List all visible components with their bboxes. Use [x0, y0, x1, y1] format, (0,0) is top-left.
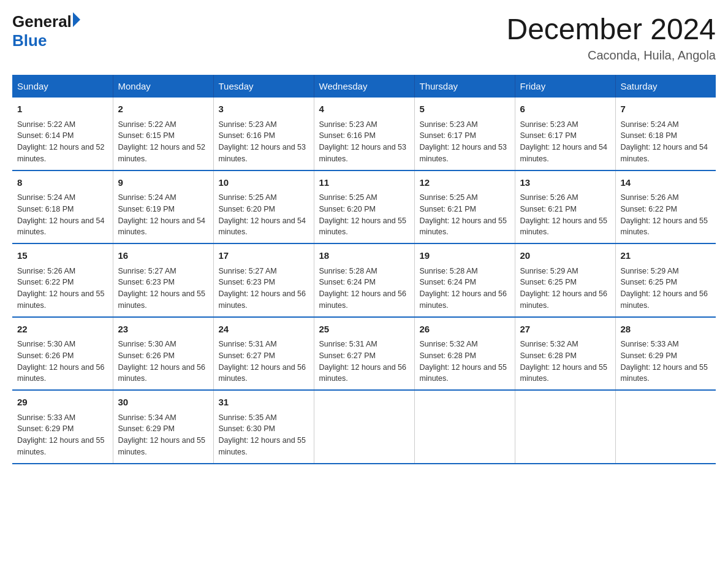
day-number: 20 — [520, 249, 610, 263]
calendar-cell: 6Sunrise: 5:23 AMSunset: 6:17 PMDaylight… — [515, 98, 615, 170]
day-info: Sunrise: 5:25 AMSunset: 6:20 PMDaylight:… — [319, 192, 409, 238]
calendar-cell: 10Sunrise: 5:25 AMSunset: 6:20 PMDayligh… — [213, 170, 314, 244]
calendar-cell: 1Sunrise: 5:22 AMSunset: 6:14 PMDaylight… — [12, 98, 113, 170]
logo-arrow-icon — [73, 12, 80, 27]
calendar-cell: 18Sunrise: 5:28 AMSunset: 6:24 PMDayligh… — [314, 243, 414, 317]
calendar-cell: 12Sunrise: 5:25 AMSunset: 6:21 PMDayligh… — [414, 170, 515, 244]
calendar-cell: 3Sunrise: 5:23 AMSunset: 6:16 PMDaylight… — [213, 98, 314, 170]
calendar-cell: 31Sunrise: 5:35 AMSunset: 6:30 PMDayligh… — [213, 390, 314, 464]
day-number: 28 — [621, 323, 711, 337]
day-info: Sunrise: 5:29 AMSunset: 6:25 PMDaylight:… — [520, 266, 610, 312]
calendar-cell: 21Sunrise: 5:29 AMSunset: 6:25 PMDayligh… — [615, 243, 716, 317]
day-info: Sunrise: 5:31 AMSunset: 6:27 PMDaylight:… — [219, 339, 309, 385]
day-number: 27 — [520, 323, 610, 337]
calendar-cell: 9Sunrise: 5:24 AMSunset: 6:19 PMDaylight… — [113, 170, 213, 244]
day-info: Sunrise: 5:28 AMSunset: 6:24 PMDaylight:… — [319, 266, 409, 312]
day-info: Sunrise: 5:33 AMSunset: 6:29 PMDaylight:… — [621, 339, 711, 385]
calendar-cell: 7Sunrise: 5:24 AMSunset: 6:18 PMDaylight… — [615, 98, 716, 170]
calendar-cell: 29Sunrise: 5:33 AMSunset: 6:29 PMDayligh… — [12, 390, 113, 464]
calendar-cell: 14Sunrise: 5:26 AMSunset: 6:22 PMDayligh… — [615, 170, 716, 244]
calendar-cell: 2Sunrise: 5:22 AMSunset: 6:15 PMDaylight… — [113, 98, 213, 170]
day-info: Sunrise: 5:29 AMSunset: 6:25 PMDaylight:… — [621, 266, 711, 312]
month-title: December 2024 — [506, 12, 716, 46]
calendar-header-friday: Friday — [515, 75, 615, 98]
day-number: 3 — [219, 102, 309, 117]
calendar-cell — [414, 390, 515, 464]
day-info: Sunrise: 5:23 AMSunset: 6:17 PMDaylight:… — [520, 119, 610, 165]
calendar-cell: 24Sunrise: 5:31 AMSunset: 6:27 PMDayligh… — [213, 317, 314, 391]
title-area: December 2024 Caconda, Huila, Angola — [506, 12, 716, 63]
day-number: 15 — [17, 249, 108, 263]
page-header: General Blue December 2024 Caconda, Huil… — [12, 12, 716, 63]
calendar-cell: 11Sunrise: 5:25 AMSunset: 6:20 PMDayligh… — [314, 170, 414, 244]
calendar-cell — [615, 390, 716, 464]
day-info: Sunrise: 5:33 AMSunset: 6:29 PMDaylight:… — [17, 412, 108, 458]
calendar-cell: 26Sunrise: 5:32 AMSunset: 6:28 PMDayligh… — [414, 317, 515, 391]
day-number: 30 — [118, 396, 208, 410]
calendar-week-3: 15Sunrise: 5:26 AMSunset: 6:22 PMDayligh… — [12, 243, 716, 317]
day-info: Sunrise: 5:23 AMSunset: 6:16 PMDaylight:… — [319, 119, 409, 165]
logo: General Blue — [12, 12, 80, 50]
day-number: 13 — [520, 176, 610, 190]
day-number: 21 — [621, 249, 711, 263]
calendar-cell: 23Sunrise: 5:30 AMSunset: 6:26 PMDayligh… — [113, 317, 213, 391]
day-info: Sunrise: 5:31 AMSunset: 6:27 PMDaylight:… — [319, 339, 409, 385]
day-number: 5 — [420, 102, 510, 117]
day-number: 31 — [219, 396, 309, 410]
day-info: Sunrise: 5:24 AMSunset: 6:18 PMDaylight:… — [621, 119, 711, 165]
day-number: 17 — [219, 249, 309, 263]
calendar-cell: 20Sunrise: 5:29 AMSunset: 6:25 PMDayligh… — [515, 243, 615, 317]
day-info: Sunrise: 5:23 AMSunset: 6:16 PMDaylight:… — [219, 119, 309, 165]
calendar-cell: 22Sunrise: 5:30 AMSunset: 6:26 PMDayligh… — [12, 317, 113, 391]
calendar-cell: 15Sunrise: 5:26 AMSunset: 6:22 PMDayligh… — [12, 243, 113, 317]
calendar-header-wednesday: Wednesday — [314, 75, 414, 98]
day-info: Sunrise: 5:30 AMSunset: 6:26 PMDaylight:… — [118, 339, 208, 385]
calendar-header-thursday: Thursday — [414, 75, 515, 98]
day-info: Sunrise: 5:25 AMSunset: 6:20 PMDaylight:… — [219, 192, 309, 238]
calendar-cell: 4Sunrise: 5:23 AMSunset: 6:16 PMDaylight… — [314, 98, 414, 170]
day-info: Sunrise: 5:22 AMSunset: 6:14 PMDaylight:… — [17, 119, 108, 165]
day-number: 10 — [219, 176, 309, 190]
day-number: 16 — [118, 249, 208, 263]
day-info: Sunrise: 5:35 AMSunset: 6:30 PMDaylight:… — [219, 412, 309, 458]
calendar-week-5: 29Sunrise: 5:33 AMSunset: 6:29 PMDayligh… — [12, 390, 716, 464]
day-number: 24 — [219, 323, 309, 337]
calendar-cell: 13Sunrise: 5:26 AMSunset: 6:21 PMDayligh… — [515, 170, 615, 244]
calendar-cell: 8Sunrise: 5:24 AMSunset: 6:18 PMDaylight… — [12, 170, 113, 244]
day-number: 11 — [319, 176, 409, 190]
logo-general: General — [12, 12, 72, 31]
day-info: Sunrise: 5:22 AMSunset: 6:15 PMDaylight:… — [118, 119, 208, 165]
calendar-cell: 25Sunrise: 5:31 AMSunset: 6:27 PMDayligh… — [314, 317, 414, 391]
day-number: 7 — [621, 102, 711, 117]
day-info: Sunrise: 5:26 AMSunset: 6:22 PMDaylight:… — [17, 266, 108, 312]
day-number: 18 — [319, 249, 409, 263]
day-number: 26 — [420, 323, 510, 337]
day-info: Sunrise: 5:26 AMSunset: 6:22 PMDaylight:… — [621, 192, 711, 238]
calendar-cell: 19Sunrise: 5:28 AMSunset: 6:24 PMDayligh… — [414, 243, 515, 317]
calendar-cell: 5Sunrise: 5:23 AMSunset: 6:17 PMDaylight… — [414, 98, 515, 170]
calendar-header-monday: Monday — [113, 75, 213, 98]
day-info: Sunrise: 5:30 AMSunset: 6:26 PMDaylight:… — [17, 339, 108, 385]
calendar-cell: 17Sunrise: 5:27 AMSunset: 6:23 PMDayligh… — [213, 243, 314, 317]
day-number: 2 — [118, 102, 208, 117]
calendar-cell: 28Sunrise: 5:33 AMSunset: 6:29 PMDayligh… — [615, 317, 716, 391]
location: Caconda, Huila, Angola — [506, 48, 716, 63]
day-info: Sunrise: 5:25 AMSunset: 6:21 PMDaylight:… — [420, 192, 510, 238]
day-number: 6 — [520, 102, 610, 117]
day-info: Sunrise: 5:32 AMSunset: 6:28 PMDaylight:… — [420, 339, 510, 385]
day-number: 25 — [319, 323, 409, 337]
day-number: 9 — [118, 176, 208, 190]
day-info: Sunrise: 5:32 AMSunset: 6:28 PMDaylight:… — [520, 339, 610, 385]
calendar-cell: 30Sunrise: 5:34 AMSunset: 6:29 PMDayligh… — [113, 390, 213, 464]
day-info: Sunrise: 5:24 AMSunset: 6:19 PMDaylight:… — [118, 192, 208, 238]
day-number: 12 — [420, 176, 510, 190]
day-number: 1 — [17, 102, 108, 117]
calendar-week-2: 8Sunrise: 5:24 AMSunset: 6:18 PMDaylight… — [12, 170, 716, 244]
day-info: Sunrise: 5:23 AMSunset: 6:17 PMDaylight:… — [420, 119, 510, 165]
calendar-cell: 16Sunrise: 5:27 AMSunset: 6:23 PMDayligh… — [113, 243, 213, 317]
calendar-week-1: 1Sunrise: 5:22 AMSunset: 6:14 PMDaylight… — [12, 98, 716, 170]
day-number: 8 — [17, 176, 108, 190]
day-number: 4 — [319, 102, 409, 117]
calendar-header-row: SundayMondayTuesdayWednesdayThursdayFrid… — [12, 75, 716, 98]
calendar-header-sunday: Sunday — [12, 75, 113, 98]
